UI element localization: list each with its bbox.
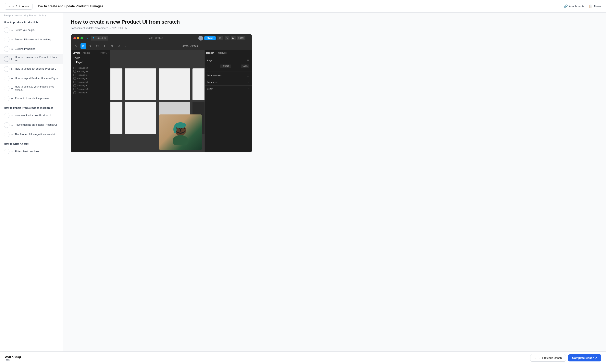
figma-local-vars-section: Local variables (205, 73, 252, 78)
figma-visibility-icon[interactable]: 👁 (247, 59, 249, 62)
previous-lesson-button[interactable]: ← ← Previous lesson (530, 354, 566, 362)
figma-more-icon[interactable]: ⋯ (247, 37, 249, 40)
figma-export-add-icon[interactable]: + (248, 88, 249, 90)
sidebar-section-2-title: How to import Product UIs to Wordpress (0, 103, 63, 111)
sidebar-item-checklist[interactable]: ≡ The Product UI integration checklist (0, 130, 63, 139)
figma-present-icon-btn[interactable]: ▷ (225, 36, 229, 40)
figma-presenter-overlay (159, 115, 202, 150)
sidebar-item-alt-text[interactable]: ≡ Alt text best practices (0, 147, 63, 156)
figma-layer-rect6[interactable]: Rectangle 6 (71, 80, 110, 84)
figma-design-tab[interactable]: Design (206, 52, 214, 54)
figma-page-label: Page (207, 59, 212, 62)
figma-play-icon-btn[interactable]: ▶ (231, 36, 236, 40)
sidebar-item-guiding-principles[interactable]: ≡ Guiding Principles (0, 44, 63, 54)
figma-right-panel: Design Prototype Page 👁 1E1E1E 100% (204, 50, 252, 152)
figma-layer-checkbox-6 (73, 84, 76, 87)
sidebar-item-create-new[interactable]: ▶ How to create a new Product UI from sc… (0, 54, 63, 64)
exit-button[interactable]: ← ← Exit course (5, 3, 32, 10)
figma-layer-label-6: Rectangle 2 (77, 84, 89, 87)
figma-rect-4 (192, 68, 204, 100)
bottom-actions: ← ← Previous lesson Complete lesson ✓ (530, 354, 601, 362)
figma-layers-tab[interactable]: Layers (73, 52, 80, 54)
lesson-meta: Last content update: November 15, 2023 5… (71, 26, 598, 29)
figma-local-styles-add-icon[interactable]: + (248, 81, 249, 83)
item-circle-icon (4, 27, 9, 33)
figma-layer-rect2[interactable]: Rectangle 2 (71, 84, 110, 87)
figma-user-avatar (198, 36, 203, 40)
figma-sep-2 (205, 72, 252, 72)
nav-actions: 🔗 Attachments 📋 Notes (564, 4, 601, 8)
svg-point-1 (173, 135, 188, 145)
sidebar-item-upload[interactable]: ≡ How to upload a new Product UI (0, 111, 63, 120)
sidebar-item-styles[interactable]: ≡ Product UI styles and formatting (0, 35, 63, 44)
figma-prototype-tab[interactable]: Prototype (216, 52, 227, 54)
figma-tab-close-icon[interactable]: ✕ (104, 37, 106, 39)
figma-code-icon-btn[interactable]: </> (217, 36, 223, 40)
figma-breadcrumb: Drafts / Untitled (147, 37, 163, 39)
figma-sep-3 (205, 79, 252, 79)
figma-panel-tabs: Layers Assets Page 1 › (71, 52, 110, 56)
figma-layer-rect7[interactable]: Rectangle 7 (71, 73, 110, 77)
figma-layer-rect3[interactable]: Rectangle 3 (71, 77, 110, 80)
notes-icon: 📋 (589, 4, 593, 8)
figma-layer-label-3: Rectangle 7 (77, 74, 89, 76)
figma-layer-rect4[interactable]: Rectangle 4 (71, 70, 110, 73)
figma-tool-frame[interactable]: ⊞ (81, 43, 86, 49)
figma-layer-checkbox (73, 67, 76, 69)
item-circle-icon-9 (4, 113, 9, 118)
exit-arrow-icon: ← (8, 5, 11, 8)
item-circle-icon-12 (4, 149, 9, 154)
sidebar-item-optimize[interactable]: ▶ How to optimize your images once expor… (0, 83, 63, 94)
sidebar-item-translation[interactable]: ▶ Product UI translation process (0, 94, 63, 103)
figma-layer-label-2: Rectangle 4 (77, 70, 89, 73)
figma-tab-name: Untitled (95, 37, 103, 39)
sidebar-item-before-you-begin[interactable]: ≡ Before you begin... (0, 25, 63, 35)
figma-tool-comment[interactable]: ○ (123, 43, 129, 49)
notes-button[interactable]: 📋 Notes (589, 4, 601, 8)
figma-page-1-item[interactable]: ✓ Page 1 (71, 60, 110, 65)
figma-tool-text[interactable]: T (102, 43, 107, 49)
course-title: How to create and update Product UI imag… (36, 4, 103, 8)
workleap-brand-name: workleap (5, 354, 21, 359)
figma-sep-4 (205, 85, 252, 86)
figma-share-button[interactable]: Share (204, 36, 215, 40)
top-nav: ← ← Exit course How to create and update… (0, 0, 606, 13)
figma-tool-component[interactable]: ⊞ (109, 43, 114, 49)
figma-presenter-image (159, 115, 202, 150)
figma-canvas (110, 50, 204, 152)
figma-add-page-icon[interactable]: + (107, 57, 108, 59)
figma-layer-rect5[interactable]: Rectangle 5 (71, 87, 110, 91)
sidebar-section-3-title: How to write Alt text (0, 139, 63, 147)
figma-file-icon: F (93, 37, 94, 40)
svg-point-5 (175, 122, 186, 128)
complete-lesson-button[interactable]: Complete lesson ✓ (568, 354, 601, 362)
text-type-icon-9: ≡ (12, 115, 13, 117)
figma-window-controls (73, 37, 83, 39)
text-type-icon-12: ≡ (12, 150, 13, 153)
figma-body: Layers Assets Page 1 › Pages + ✓ Page 1 (71, 50, 252, 152)
figma-tool-select[interactable]: ▷ (73, 43, 79, 49)
sidebar-item-update-existing[interactable]: ▶ How to update an existing Product UI (0, 64, 63, 74)
figma-right-tabs: Design Prototype (205, 52, 252, 56)
figma-tool-shapes[interactable]: ⬚ (95, 43, 100, 49)
figma-assets-tab[interactable]: Assets (83, 52, 90, 54)
figma-page-values: 1E1E1E 100% (205, 63, 252, 71)
figma-rect-1 (110, 68, 122, 100)
figma-color-swatch[interactable] (207, 65, 210, 68)
lesson-title: How to create a new Product UI from scra… (71, 19, 598, 25)
text-type-icon-2: ≡ (12, 38, 13, 41)
figma-tab-untitled[interactable]: F Untitled ✕ (91, 36, 108, 40)
minimize-dot (77, 37, 79, 39)
figma-new-tab-icon[interactable]: + (111, 36, 113, 40)
figma-local-vars-icon[interactable] (247, 74, 249, 77)
sidebar-item-update-wp[interactable]: ≡ How to update an existing Product UI (0, 120, 63, 130)
attachments-button[interactable]: 🔗 Attachments (564, 4, 584, 8)
content-area: How to create a new Product UI from scra… (63, 13, 606, 351)
figma-tool-mask[interactable]: ↺ (116, 43, 121, 49)
figma-layer-rect8[interactable]: Rectangle 8 (71, 66, 110, 70)
video-type-icon-1: ▶ (12, 58, 13, 60)
figma-layer-rect1[interactable]: Rectangle 1 (71, 91, 110, 94)
sidebar-item-export[interactable]: ▶ How to export Product UIs from Figma (0, 74, 63, 83)
workleap-logo: workleap LMS (5, 354, 21, 361)
figma-tool-pen[interactable]: ✎ (88, 43, 93, 49)
